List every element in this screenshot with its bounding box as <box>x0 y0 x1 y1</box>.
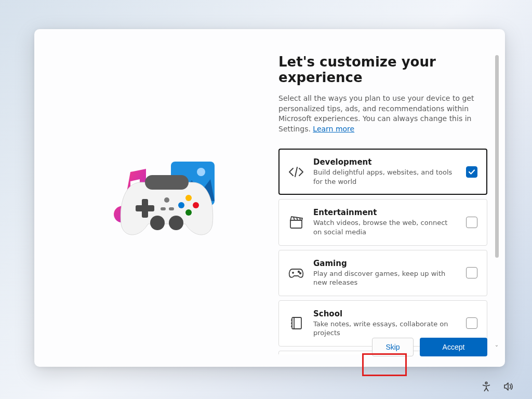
option-gaming[interactable]: Gaming Play and discover games, keep up … <box>278 250 487 296</box>
scrollbar-thumb[interactable] <box>495 55 499 258</box>
content-pane: Let's customize your experience Select a… <box>278 29 505 367</box>
clapperboard-icon <box>288 215 304 230</box>
oobe-panel: Let's customize your experience Select a… <box>34 29 505 367</box>
accessibility-icon[interactable] <box>481 381 491 392</box>
svg-point-29 <box>485 382 487 384</box>
svg-line-19 <box>300 218 300 221</box>
option-title: School <box>313 309 457 318</box>
volume-icon[interactable] <box>503 381 513 392</box>
option-entertainment[interactable]: Entertainment Watch videos, browse the w… <box>278 199 487 245</box>
option-desc: Play and discover games, keep up with ne… <box>313 269 457 287</box>
svg-rect-24 <box>292 317 301 329</box>
svg-point-23 <box>300 273 301 274</box>
accept-button[interactable]: Accept <box>420 338 487 356</box>
svg-rect-3 <box>145 175 189 190</box>
option-development[interactable]: Development Build delightful apps, websi… <box>278 149 487 195</box>
scroll-area: Let's customize your experience Select a… <box>278 54 505 354</box>
option-desc: Watch videos, browse the web, connect on… <box>313 218 457 236</box>
svg-marker-33 <box>504 383 508 390</box>
checkbox[interactable] <box>466 166 477 178</box>
checkbox[interactable] <box>466 267 477 278</box>
page-subtitle: Select all the ways you plan to use your… <box>278 94 487 134</box>
svg-point-2 <box>197 168 205 176</box>
svg-rect-16 <box>290 220 302 228</box>
usage-illustration <box>78 151 234 245</box>
option-desc: Take notes, write essays, collaborate on… <box>313 320 457 338</box>
option-title: Gaming <box>313 259 457 268</box>
illustration-pane <box>34 29 278 367</box>
svg-point-12 <box>164 197 169 203</box>
learn-more-link[interactable]: Learn more <box>313 125 354 133</box>
option-desc: Build delightful apps, websites, and too… <box>313 168 457 186</box>
svg-point-22 <box>298 271 300 273</box>
checkbox[interactable] <box>466 317 477 329</box>
gamepad-icon <box>288 265 304 281</box>
svg-point-8 <box>178 202 184 208</box>
svg-point-9 <box>185 209 192 216</box>
system-tray <box>481 381 513 392</box>
svg-line-31 <box>484 388 486 391</box>
svg-rect-13 <box>161 207 166 210</box>
svg-point-10 <box>150 216 165 230</box>
option-title: Development <box>313 157 457 167</box>
code-icon <box>288 164 304 180</box>
svg-line-15 <box>295 167 297 177</box>
svg-point-7 <box>193 202 199 208</box>
svg-point-6 <box>185 195 192 201</box>
svg-point-11 <box>169 216 183 230</box>
option-list: Development Build delightful apps, websi… <box>278 149 487 354</box>
svg-line-32 <box>486 388 488 391</box>
svg-rect-5 <box>136 205 154 211</box>
button-row: Skip Accept <box>372 338 487 356</box>
option-title: Entertainment <box>313 208 457 217</box>
scroll-down-arrow[interactable]: ⌄ <box>494 342 500 348</box>
skip-button[interactable]: Skip <box>372 338 414 356</box>
checkbox[interactable] <box>466 217 477 228</box>
notebook-icon <box>288 315 304 331</box>
svg-rect-14 <box>169 207 174 210</box>
page-title: Let's customize your experience <box>278 54 487 85</box>
